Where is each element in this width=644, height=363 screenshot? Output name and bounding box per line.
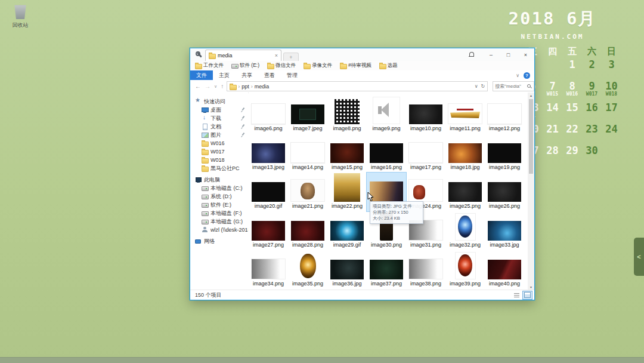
file-item[interactable]: image33.jpg xyxy=(485,211,524,250)
calendar-day-number: 29 xyxy=(566,144,578,156)
ribbon-tab[interactable]: 主页 xyxy=(213,70,236,80)
sidebar-item[interactable]: 图片 xyxy=(190,131,248,139)
crumb-label[interactable]: media xyxy=(255,84,270,90)
calendar-weekday: 六 xyxy=(582,46,602,59)
sidebar-item[interactable]: 软件 (E:) xyxy=(190,201,248,209)
ribbon-tab[interactable]: 共享 xyxy=(236,70,258,80)
sidebar-item[interactable]: 下载 xyxy=(190,114,248,122)
sidebar-item[interactable]: wlzl (\\desk-2018 xyxy=(190,226,248,234)
crumb-label[interactable]: ppt xyxy=(242,84,249,90)
bookmark-item[interactable]: 微信文件 xyxy=(267,62,296,69)
bookmark-item[interactable]: 选题 xyxy=(379,62,398,69)
address-box[interactable]: › ppt › media ∨ ↻ xyxy=(227,81,488,91)
thumbnail-image xyxy=(335,99,360,124)
file-item[interactable]: image38.png xyxy=(406,250,445,289)
sidebar-item[interactable]: 本地磁盘 (G:) xyxy=(190,217,248,226)
sidebar-item[interactable]: W018 xyxy=(190,156,248,164)
file-item[interactable]: image19.png xyxy=(485,134,524,173)
file-item[interactable]: image27.png xyxy=(249,211,288,250)
ribbon-tab[interactable]: 文件 xyxy=(190,70,213,80)
sidebar-item[interactable]: 桌面 xyxy=(190,106,248,114)
thumbnail-image xyxy=(290,142,325,163)
file-item[interactable]: image6.png xyxy=(249,95,288,134)
bookmark-item[interactable]: #待审视频 xyxy=(340,62,371,69)
edge-panel-handle[interactable]: < xyxy=(634,238,644,276)
file-item[interactable]: image34.png xyxy=(249,250,288,289)
file-item[interactable]: image35.png xyxy=(288,250,327,289)
sidebar-group-this-pc[interactable]: 此电脑 xyxy=(190,176,248,184)
sidebar-item[interactable]: 文档 xyxy=(190,122,248,131)
file-item[interactable]: image16.png xyxy=(367,134,406,173)
sidebar-item[interactable]: 本地磁盘 (C:) xyxy=(190,184,248,192)
search-input[interactable] xyxy=(495,84,527,89)
file-item[interactable]: image36.jpg xyxy=(327,250,367,289)
file-item[interactable]: image39.png xyxy=(445,250,485,289)
file-item[interactable]: image13.jpeg xyxy=(249,134,288,173)
file-item[interactable]: image18.jpg xyxy=(445,134,485,173)
file-item[interactable]: image40.png xyxy=(485,250,524,289)
scroll-up-icon[interactable]: ▲ xyxy=(530,93,532,99)
item-icon xyxy=(202,219,208,224)
file-item[interactable]: image15.png xyxy=(327,134,367,173)
sidebar-group-quick-access[interactable]: 快速访问 xyxy=(190,97,248,106)
tab-media[interactable]: media × xyxy=(205,50,281,61)
sidebar-item-network[interactable]: 网络 xyxy=(190,237,248,245)
file-item[interactable]: image22.png xyxy=(327,173,367,211)
thumbnail-image xyxy=(408,259,443,279)
bookmark-item[interactable]: 工作文件 xyxy=(195,62,224,69)
ribbon-tab[interactable]: 查看 xyxy=(258,70,281,80)
file-item[interactable]: image32.png xyxy=(445,211,485,250)
view-thumbnails-button[interactable] xyxy=(522,291,532,300)
file-item[interactable]: image7.jpeg xyxy=(288,95,327,134)
file-item[interactable]: image8.png xyxy=(327,95,367,134)
sidebar-item[interactable]: W016 xyxy=(190,139,248,147)
file-item[interactable]: image28.png xyxy=(288,211,327,250)
maximize-button[interactable]: □ xyxy=(500,48,517,61)
file-item[interactable]: image37.png xyxy=(367,250,406,289)
history-dropdown-icon[interactable]: ∨ xyxy=(214,84,217,89)
breadcrumb-segment[interactable]: › media xyxy=(251,84,270,90)
recycle-bin[interactable]: 回收站 xyxy=(4,3,37,28)
sidebar-item[interactable]: 黑马公社PC xyxy=(190,164,248,173)
ribbon-expand-icon[interactable]: ∨ xyxy=(516,73,519,78)
address-dropdown-icon[interactable]: ∨ xyxy=(475,84,478,89)
sidebar-item[interactable]: W017 xyxy=(190,147,248,156)
item-icon xyxy=(202,193,208,199)
bookmark-item[interactable]: 录像文件 xyxy=(304,62,332,69)
file-item[interactable]: image26.png xyxy=(485,173,524,211)
vertical-scrollbar[interactable]: ▲ ▼ xyxy=(528,93,534,290)
close-button[interactable]: × xyxy=(517,48,534,61)
sidebar-item-label: 本地磁盘 (F:) xyxy=(210,210,242,217)
file-item[interactable]: image11.png xyxy=(445,95,485,134)
up-button[interactable]: ↑ xyxy=(221,83,224,90)
sidebar-item[interactable]: 本地磁盘 (F:) xyxy=(190,209,248,217)
file-item[interactable]: image21.png xyxy=(288,173,327,211)
refresh-button[interactable]: ↻ xyxy=(481,84,485,89)
wrench-menu-icon[interactable] xyxy=(196,51,202,58)
notification-bell-icon[interactable] xyxy=(469,52,474,57)
title-bar[interactable]: media × + – □ × xyxy=(190,48,534,61)
bookmark-item[interactable]: 软件 (E:) xyxy=(231,62,259,69)
file-item[interactable]: image25.png xyxy=(445,173,485,211)
breadcrumb-segment[interactable]: › ppt xyxy=(238,84,249,90)
calendar-day: 28 xyxy=(543,145,562,167)
back-button[interactable]: ← xyxy=(195,83,201,90)
search-box[interactable] xyxy=(493,81,534,91)
new-tab-button[interactable]: + xyxy=(283,53,299,61)
forward-button[interactable]: → xyxy=(205,83,210,90)
scrollbar-thumb[interactable] xyxy=(529,99,533,174)
view-details-button[interactable] xyxy=(512,291,522,300)
file-item[interactable]: image10.png xyxy=(406,95,445,134)
file-item[interactable]: image9.png xyxy=(367,95,406,134)
sidebar-item[interactable]: 系统 (D:) xyxy=(190,192,248,201)
file-item[interactable]: image20.gif xyxy=(249,173,288,211)
minimize-button[interactable]: – xyxy=(482,48,500,61)
help-button[interactable]: ? xyxy=(524,72,530,79)
file-item[interactable]: image14.png xyxy=(288,134,327,173)
pin-icon xyxy=(242,116,245,121)
file-item[interactable]: image17.png xyxy=(406,134,445,173)
file-item[interactable]: image29.gif xyxy=(327,211,367,250)
ribbon-tab[interactable]: 管理 xyxy=(281,70,304,80)
tab-close-icon[interactable]: × xyxy=(275,53,278,59)
file-item[interactable]: image12.png xyxy=(485,95,524,134)
